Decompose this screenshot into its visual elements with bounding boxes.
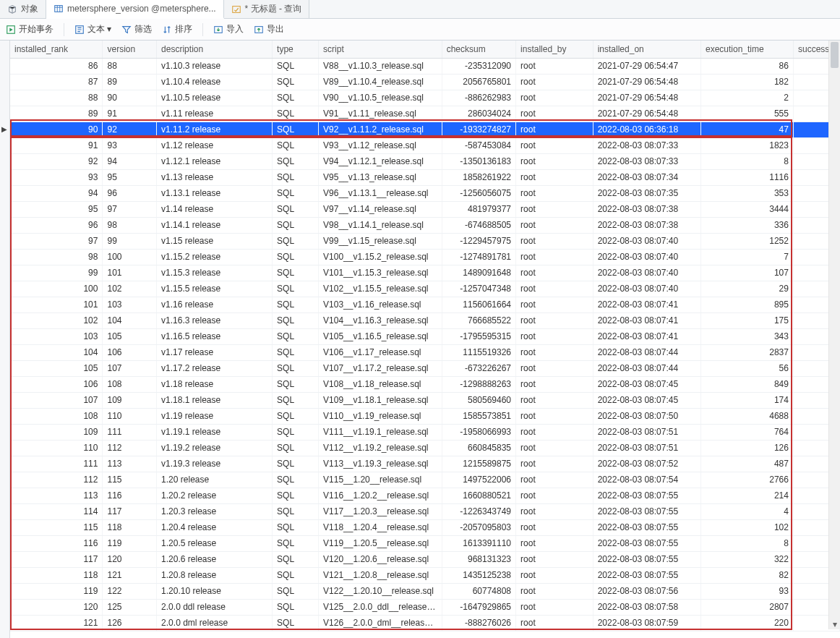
cell-installed_rank[interactable]: 88 bbox=[10, 90, 103, 106]
cell-type[interactable]: SQL bbox=[273, 424, 319, 440]
cell-execution_time[interactable]: 182 bbox=[700, 74, 793, 90]
cell-script[interactable]: V113__v1.19.3_release.sql bbox=[319, 456, 442, 472]
cell-description[interactable]: v1.11 release bbox=[157, 106, 273, 122]
cell-checksum[interactable]: -1350136183 bbox=[442, 153, 515, 169]
cell-execution_time[interactable]: 2837 bbox=[700, 344, 793, 360]
cell-installed_on[interactable]: 2022-08-03 08:07:44 bbox=[593, 360, 700, 376]
cell-checksum[interactable]: 968131323 bbox=[442, 551, 515, 567]
cell-script[interactable]: V104__v1.16.3_release.sql bbox=[319, 312, 442, 328]
cell-version[interactable]: 113 bbox=[103, 456, 157, 472]
cell-description[interactable]: v1.14.1 release bbox=[157, 217, 273, 233]
table-row[interactable]: 101103v1.16 releaseSQLV103__v1.16_releas… bbox=[10, 297, 840, 312]
cell-version[interactable]: 100 bbox=[103, 249, 157, 265]
cell-version[interactable]: 126 bbox=[103, 615, 157, 631]
cell-version[interactable]: 92 bbox=[103, 122, 157, 137]
cell-description[interactable]: v1.16.3 release bbox=[157, 312, 273, 328]
cell-type[interactable]: SQL bbox=[273, 344, 319, 360]
cell-script[interactable]: V109__v1.18.1_release.sql bbox=[319, 392, 442, 408]
cell-installed_on[interactable]: 2022-08-03 08:07:40 bbox=[593, 249, 700, 265]
text-button[interactable]: 文本 ▾ bbox=[74, 23, 111, 35]
cell-checksum[interactable]: 660845835 bbox=[442, 440, 515, 456]
cell-execution_time[interactable]: 175 bbox=[700, 312, 793, 328]
cell-type[interactable]: SQL bbox=[273, 58, 319, 74]
vertical-scrollbar[interactable]: ▴ ▾ bbox=[828, 41, 840, 629]
cell-execution_time[interactable]: 107 bbox=[700, 265, 793, 281]
cell-installed_on[interactable]: 2022-08-03 08:07:59 bbox=[593, 615, 700, 631]
cell-script[interactable]: V108__v1.18_release.sql bbox=[319, 376, 442, 392]
cell-installed_on[interactable]: 2022-08-03 08:07:56 bbox=[593, 583, 700, 599]
cell-installed_by[interactable]: root bbox=[516, 615, 593, 631]
filter-button[interactable]: 筛选 bbox=[121, 23, 152, 35]
cell-installed_on[interactable]: 2022-08-03 08:07:55 bbox=[593, 551, 700, 567]
cell-installed_on[interactable]: 2022-08-03 08:07:40 bbox=[593, 281, 700, 297]
cell-checksum[interactable]: 766685522 bbox=[442, 312, 515, 328]
cell-script[interactable]: V105__v1.16.5_release.sql bbox=[319, 328, 442, 344]
cell-script[interactable]: V110__v1.19_release.sql bbox=[319, 408, 442, 424]
cell-execution_time[interactable]: 7 bbox=[700, 249, 793, 265]
cell-installed_on[interactable]: 2022-08-03 08:07:40 bbox=[593, 265, 700, 281]
cell-description[interactable]: v1.16.5 release bbox=[157, 328, 273, 344]
cell-installed_rank[interactable]: 115 bbox=[10, 519, 103, 535]
col-execution_time[interactable]: execution_time bbox=[700, 41, 793, 58]
cell-installed_by[interactable]: root bbox=[516, 249, 593, 265]
cell-installed_on[interactable]: 2022-08-03 08:07:51 bbox=[593, 440, 700, 456]
cell-script[interactable]: V101__v1.15.3_release.sql bbox=[319, 265, 442, 281]
cell-script[interactable]: V94__v1.12.1_release.sql bbox=[319, 153, 442, 169]
cell-installed_by[interactable]: root bbox=[516, 535, 593, 551]
cell-installed_rank[interactable]: 120 bbox=[10, 599, 103, 615]
cell-execution_time[interactable]: 56 bbox=[700, 360, 793, 376]
table-row[interactable]: 9597v1.14 releaseSQLV97__v1.14_release.s… bbox=[10, 201, 840, 217]
cell-description[interactable]: v1.10.5 release bbox=[157, 90, 273, 106]
table-row[interactable]: 8688v1.10.3 releaseSQLV88__v1.10.3_relea… bbox=[10, 58, 840, 74]
cell-type[interactable]: SQL bbox=[273, 281, 319, 297]
cell-type[interactable]: SQL bbox=[273, 90, 319, 106]
import-button[interactable]: 导入 bbox=[213, 23, 244, 35]
cell-description[interactable]: v1.10.3 release bbox=[157, 58, 273, 74]
cell-installed_on[interactable]: 2022-08-03 08:07:44 bbox=[593, 344, 700, 360]
cell-execution_time[interactable]: 555 bbox=[700, 106, 793, 122]
cell-description[interactable]: v1.19.2 release bbox=[157, 440, 273, 456]
cell-installed_on[interactable]: 2022-08-03 08:07:50 bbox=[593, 408, 700, 424]
cell-installed_by[interactable]: root bbox=[516, 265, 593, 281]
cell-installed_rank[interactable]: 101 bbox=[10, 297, 103, 312]
cell-installed_by[interactable]: root bbox=[516, 472, 593, 488]
cell-script[interactable]: V121__1.20.8__release.sql bbox=[319, 567, 442, 583]
cell-execution_time[interactable]: 214 bbox=[700, 488, 793, 503]
cell-description[interactable]: v1.19.3 release bbox=[157, 456, 273, 472]
cell-installed_on[interactable]: 2022-08-03 08:07:58 bbox=[593, 599, 700, 615]
table-row[interactable]: 1171201.20.6 releaseSQLV120__1.20.6__rel… bbox=[10, 551, 840, 567]
table-row[interactable]: 98100v1.15.2 releaseSQLV100__v1.15.2_rel… bbox=[10, 249, 840, 265]
cell-checksum[interactable]: 1858261922 bbox=[442, 169, 515, 185]
table-row[interactable]: 104106v1.17 releaseSQLV106__v1.17_releas… bbox=[10, 344, 840, 360]
col-type[interactable]: type bbox=[273, 41, 319, 58]
cell-version[interactable]: 103 bbox=[103, 297, 157, 312]
table-row[interactable]: 9698v1.14.1 releaseSQLV98__v1.14.1_relea… bbox=[10, 217, 840, 233]
cell-type[interactable]: SQL bbox=[273, 472, 319, 488]
cell-installed_rank[interactable]: 121 bbox=[10, 615, 103, 631]
cell-checksum[interactable]: -1795595315 bbox=[442, 328, 515, 344]
table-row[interactable]: 1131161.20.2 releaseSQLV116__1.20.2__rel… bbox=[10, 488, 840, 503]
cell-script[interactable]: V112__v1.19.2_release.sql bbox=[319, 440, 442, 456]
cell-installed_rank[interactable]: 94 bbox=[10, 185, 103, 201]
cell-description[interactable]: v1.19.1 release bbox=[157, 424, 273, 440]
cell-script[interactable]: V99__v1.15_release.sql bbox=[319, 233, 442, 249]
cell-description[interactable]: 2.0.0 dml release bbox=[157, 615, 273, 631]
cell-type[interactable]: SQL bbox=[273, 201, 319, 217]
cell-installed_by[interactable]: root bbox=[516, 58, 593, 74]
cell-script[interactable]: V90__v1.10.5_release.sql bbox=[319, 90, 442, 106]
table-row[interactable]: 1201252.0.0 ddl releaseSQLV125__2.0.0_dd… bbox=[10, 599, 840, 615]
cell-installed_on[interactable]: 2021-07-29 06:54:48 bbox=[593, 106, 700, 122]
table-row[interactable]: 1151181.20.4 releaseSQLV118__1.20.4__rel… bbox=[10, 519, 840, 535]
cell-description[interactable]: v1.13 release bbox=[157, 169, 273, 185]
cell-script[interactable]: V115__1.20__release.sql bbox=[319, 472, 442, 488]
cell-checksum[interactable]: 1497522006 bbox=[442, 472, 515, 488]
cell-type[interactable]: SQL bbox=[273, 312, 319, 328]
cell-installed_by[interactable]: root bbox=[516, 456, 593, 472]
table-row[interactable]: 9799v1.15 releaseSQLV99__v1.15_release.s… bbox=[10, 233, 840, 249]
cell-installed_rank[interactable]: 118 bbox=[10, 567, 103, 583]
cell-installed_on[interactable]: 2022-08-03 08:07:40 bbox=[593, 233, 700, 249]
cell-installed_by[interactable]: root bbox=[516, 392, 593, 408]
cell-description[interactable]: v1.11.2 release bbox=[157, 122, 273, 137]
table-row[interactable]: 9193v1.12 releaseSQLV93__v1.12_release.s… bbox=[10, 137, 840, 153]
cell-version[interactable]: 109 bbox=[103, 392, 157, 408]
